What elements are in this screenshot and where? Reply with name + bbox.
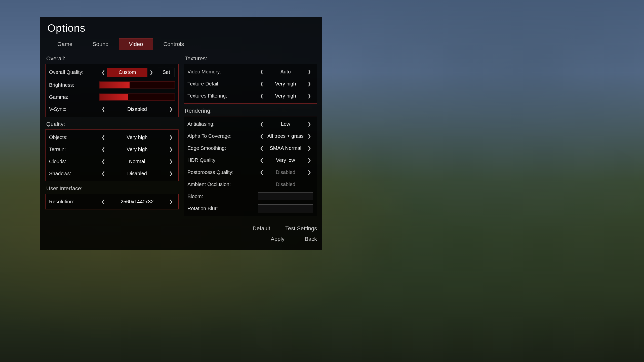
gamma-slider[interactable] [99,94,175,101]
hdr-quality-prev[interactable]: ❮ [258,156,266,164]
alpha-coverage-value: All trees + grass [266,133,305,139]
gamma-row: Gamma: [46,91,178,103]
shadows-next[interactable]: ❯ [167,170,175,177]
textures-filtering-control: ❮ Very high ❯ [258,92,313,100]
objects-next[interactable]: ❯ [167,133,175,141]
edge-smoothing-prev[interactable]: ❮ [258,144,266,152]
resolution-prev[interactable]: ❮ [99,198,107,205]
texture-detail-control: ❮ Very high ❯ [258,80,313,87]
overall-quality-bar: Custom [107,68,147,77]
alpha-coverage-next[interactable]: ❯ [305,132,313,140]
edge-smoothing-label: Edge Smoothing: [187,145,258,151]
bloom-label: Bloom: [187,194,258,199]
postprocess-next[interactable]: ❯ [305,168,313,176]
overall-settings-box: Overall Quality: ❮ Custom ❯ Set Brightne… [45,64,179,117]
textures-filtering-label: Textures Filtering: [187,93,258,99]
texture-detail-next[interactable]: ❯ [305,80,313,87]
hdr-quality-control: ❮ Very low ❯ [258,156,313,164]
ambient-occlusion-label: Ambient Occlusion: [187,182,258,187]
video-memory-value: Auto [266,69,305,75]
overall-quality-label: Overall Quality: [49,69,99,75]
action-buttons: Default Test Settings [40,220,322,232]
brightness-control [99,81,175,88]
textures-filtering-next[interactable]: ❯ [305,92,313,100]
gamma-control [99,94,175,101]
terrain-prev[interactable]: ❮ [99,146,107,153]
clouds-next[interactable]: ❯ [167,158,175,165]
rotation-blur-bar[interactable] [258,204,313,212]
clouds-value: Normal [107,159,167,164]
texture-detail-label: Texture Detail: [187,81,258,87]
resolution-control: ❮ 2560x1440x32 ❯ [99,198,175,205]
tab-controls[interactable]: Controls [153,38,194,50]
gamma-label: Gamma: [49,94,99,100]
textures-filtering-row: Textures Filtering: ❮ Very high ❯ [184,90,317,102]
gamma-fill [100,94,128,100]
brightness-label: Brightness: [49,82,99,88]
overall-section-title: Overall: [46,55,179,62]
antialiasing-control: ❮ Low ❯ [258,120,313,128]
default-button[interactable]: Default [253,225,270,232]
vsync-label: V-Sync: [49,106,99,112]
objects-label: Objects: [49,134,99,140]
hdr-quality-label: HDR Quality: [187,157,258,163]
ui-settings-box: Resolution: ❮ 2560x1440x32 ❯ [45,194,179,209]
options-panel: Options Game Sound Video Controls Overal… [40,17,322,250]
bloom-bar[interactable] [258,192,313,200]
objects-prev[interactable]: ❮ [99,133,107,141]
shadows-label: Shadows: [49,171,99,176]
rotation-blur-row: Rotation Blur: [184,202,317,214]
terrain-next[interactable]: ❯ [167,146,175,153]
video-memory-prev[interactable]: ❮ [258,68,266,75]
clouds-label: Clouds: [49,159,99,164]
hdr-quality-next[interactable]: ❯ [305,156,313,164]
test-settings-button[interactable]: Test Settings [285,225,317,232]
tab-game[interactable]: Game [47,38,83,50]
alpha-coverage-control: ❮ All trees + grass ❯ [258,132,313,140]
antialiasing-prev[interactable]: ❮ [258,120,266,128]
edge-smoothing-value: SMAA Normal [266,145,305,151]
apply-button[interactable]: Apply [271,236,285,242]
set-button[interactable]: Set [158,68,175,77]
brightness-row: Brightness: [46,79,178,91]
terrain-row: Terrain: ❮ Very high ❯ [46,143,178,155]
postprocess-prev[interactable]: ❮ [258,168,266,176]
overall-quality-next[interactable]: ❯ [147,69,155,76]
apply-back-buttons: Apply Back [40,232,322,242]
terrain-value: Very high [107,147,167,152]
overall-quality-prev[interactable]: ❮ [99,69,107,76]
textures-filtering-prev[interactable]: ❮ [258,92,266,100]
postprocess-label: Postprocess Quality: [187,169,258,175]
ambient-occlusion-row: Ambient Occlusion: Disabled [184,178,317,190]
edge-smoothing-next[interactable]: ❯ [305,144,313,152]
rendering-settings-box: Antialiasing: ❮ Low ❯ Alpha To Coverage:… [184,116,317,216]
vsync-row: V-Sync: ❮ Disabled ❯ [46,103,178,115]
clouds-row: Clouds: ❮ Normal ❯ [46,155,178,167]
texture-detail-prev[interactable]: ❮ [258,80,266,87]
postprocess-row: Postprocess Quality: ❮ Disabled ❯ [184,166,317,178]
vsync-value: Disabled [107,106,167,112]
alpha-coverage-row: Alpha To Coverage: ❮ All trees + grass ❯ [184,130,317,142]
back-button[interactable]: Back [305,236,317,242]
objects-row: Objects: ❮ Very high ❯ [46,131,178,143]
alpha-coverage-prev[interactable]: ❮ [258,132,266,140]
tab-sound[interactable]: Sound [83,38,119,50]
texture-detail-row: Texture Detail: ❮ Very high ❯ [184,78,317,90]
vsync-prev[interactable]: ❮ [99,105,107,113]
resolution-next[interactable]: ❯ [167,198,175,205]
clouds-prev[interactable]: ❮ [99,158,107,165]
shadows-prev[interactable]: ❮ [99,170,107,177]
texture-detail-value: Very high [266,81,305,87]
objects-value: Very high [107,134,167,140]
brightness-slider[interactable] [99,81,175,88]
vsync-next[interactable]: ❯ [167,105,175,113]
shadows-row: Shadows: ❮ Disabled ❯ [46,167,178,179]
tab-video[interactable]: Video [119,38,153,50]
bloom-control [258,192,313,200]
textures-settings-box: Video Memory: ❮ Auto ❯ Texture Detail: ❮… [184,64,317,104]
textures-filtering-value: Very high [266,93,305,99]
brightness-fill [100,82,130,88]
shadows-control: ❮ Disabled ❯ [99,170,175,177]
antialiasing-next[interactable]: ❯ [305,120,313,128]
video-memory-next[interactable]: ❯ [305,68,313,75]
